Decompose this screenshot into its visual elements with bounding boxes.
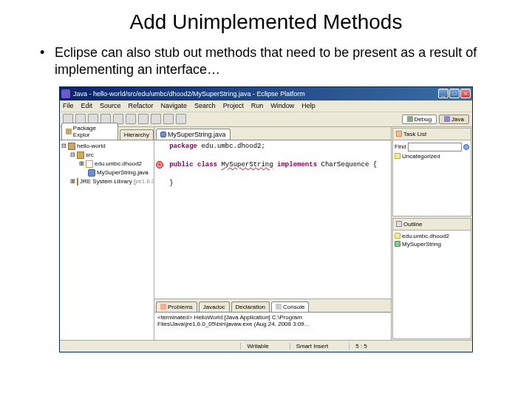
minimize-button[interactable]: _ — [438, 89, 449, 98]
menu-search[interactable]: Search — [194, 102, 216, 109]
find-label: Find — [395, 143, 406, 150]
left-tabs: Package Explor Hierarchy — [60, 127, 154, 140]
tree-file-label: MySuperString.java — [97, 169, 149, 176]
eclipse-window: Java - hello-world/src/edu/umbc/dhood2/M… — [59, 86, 473, 352]
perspective-debug-label: Debug — [415, 116, 432, 123]
outline-class-label: MySuperString — [402, 241, 441, 248]
package-icon — [86, 160, 93, 168]
tree-src-label: src — [86, 151, 94, 158]
tab-problems-label: Problems — [168, 304, 193, 310]
menu-refactor[interactable]: Refactor — [129, 102, 154, 109]
package-explorer-tree: ⊟ hello-world ⊟ src ⊞ edu.umbc.dhood2 My… — [60, 140, 154, 340]
code-iface: CharSequence — [321, 161, 369, 168]
eclipse-icon — [61, 89, 70, 98]
maximize-button[interactable]: □ — [449, 89, 460, 98]
code-brace-close: } — [169, 180, 173, 187]
editor-panel: MySuperString.java package edu.umbc.dhoo… — [154, 127, 391, 340]
tasklist-view: Task List Find Uncategorized — [392, 128, 471, 216]
uncategorized-label: Uncategorized — [402, 153, 440, 160]
bug-icon — [407, 116, 413, 122]
code-editor[interactable]: package edu.umbc.dhood2; × public class … — [154, 140, 391, 299]
search-icon[interactable] — [151, 114, 161, 124]
editor-tab-icon — [160, 132, 166, 137]
menu-edit[interactable]: Edit — [81, 102, 93, 109]
menubar: File Edit Source Refactor Navigate Searc… — [60, 100, 472, 112]
jre-icon — [77, 178, 78, 185]
uncategorized-node[interactable]: Uncategorized — [395, 152, 469, 160]
kw-public: public — [169, 161, 193, 168]
outline-class[interactable]: MySuperString — [395, 240, 469, 248]
slide-title: Add Unimplemented Methods — [22, 10, 510, 34]
activate-task-icon[interactable] — [463, 144, 469, 150]
tab-hierarchy[interactable]: Hierarchy — [120, 129, 154, 140]
outline-title: Outline — [403, 221, 422, 228]
menu-window[interactable]: Window — [270, 102, 294, 109]
perspective-java-label: Java — [451, 116, 464, 123]
tasklist-header: Task List — [393, 129, 471, 140]
java-file-icon — [88, 169, 95, 177]
workspace: Package Explor Hierarchy ⊟ hello-world ⊟… — [60, 127, 472, 340]
status-cursor-pos: 5 : 5 — [349, 343, 373, 349]
menu-project[interactable]: Project — [223, 102, 244, 109]
nav-fwd-icon[interactable] — [176, 114, 186, 124]
tab-declaration[interactable]: Declaration — [231, 301, 270, 312]
code-pkg-name: edu.umbc.dhood2; — [197, 143, 265, 150]
bottom-tabs: Problems Javadoc Declaration Console — [154, 299, 391, 313]
tree-project[interactable]: ⊟ hello-world — [61, 142, 152, 151]
error-marker-icon[interactable]: × — [156, 161, 163, 168]
tab-package-explorer[interactable]: Package Explor — [61, 123, 118, 140]
find-input[interactable] — [408, 143, 462, 151]
tree-jre-label: JRE System Library — [80, 178, 132, 185]
toolbar: Debug Java — [60, 112, 472, 127]
menu-file[interactable]: File — [63, 102, 74, 109]
code-class-name: MySuperString — [221, 161, 273, 168]
folder-icon — [395, 153, 400, 159]
tree-package-label: edu.umbc.dhood2 — [95, 160, 142, 167]
menu-run[interactable]: Run — [251, 102, 264, 109]
editor-tab-file[interactable]: MySuperString.java — [156, 129, 231, 140]
window-titlebar: Java - hello-world/src/edu/umbc/dhood2/M… — [60, 87, 472, 100]
editor-tab-label: MySuperString.java — [168, 131, 226, 138]
kw-package: package — [169, 143, 197, 150]
code-brace-open: { — [369, 161, 377, 168]
menu-navigate[interactable]: Navigate — [161, 102, 188, 109]
close-button[interactable]: × — [460, 89, 471, 98]
status-writable: Writable — [240, 343, 274, 349]
outline-package[interactable]: edu.umbc.dhood2 — [395, 232, 469, 240]
outline-pkg-label: edu.umbc.dhood2 — [402, 233, 449, 239]
editor-tabs: MySuperString.java — [154, 127, 391, 140]
tab-console[interactable]: Console — [271, 301, 309, 312]
new-class-icon[interactable] — [138, 114, 149, 124]
tree-src[interactable]: ⊟ src — [61, 151, 152, 160]
nav-back-icon[interactable] — [163, 114, 174, 124]
tree-java-file[interactable]: MySuperString.java — [61, 168, 152, 177]
perspective-debug[interactable]: Debug — [402, 115, 437, 124]
kw-class: class — [197, 161, 217, 168]
menu-help[interactable]: Help — [301, 102, 316, 109]
tree-jre[interactable]: ⊞ JRE System Library [jre1.6.0_0...] — [61, 177, 152, 186]
tree-package[interactable]: ⊞ edu.umbc.dhood2 — [61, 160, 152, 168]
outline-header: Outline — [393, 219, 471, 231]
console-icon — [276, 304, 282, 310]
new-package-icon[interactable] — [126, 114, 136, 124]
problems-icon — [160, 304, 166, 310]
perspective-java[interactable]: Java — [439, 115, 469, 124]
tab-console-label: Console — [283, 304, 304, 310]
tab-problems[interactable]: Problems — [156, 301, 197, 312]
project-icon — [68, 143, 75, 150]
window-title: Java - hello-world/src/edu/umbc/dhood2/M… — [73, 90, 438, 98]
bottom-panel: Problems Javadoc Declaration Console <te… — [154, 299, 391, 340]
tab-package-label: Package Explor — [73, 125, 114, 138]
java-persp-icon — [444, 116, 450, 122]
kw-implements: implements — [277, 161, 317, 168]
tab-javadoc-label: Javadoc — [203, 304, 225, 310]
left-panel: Package Explor Hierarchy ⊟ hello-world ⊟… — [60, 127, 154, 340]
tree-jre-ver: [jre1.6.0_0...] — [134, 178, 154, 185]
console-output: <terminated> HelloWorld [Java Applicatio… — [154, 313, 391, 340]
outline-icon — [396, 221, 402, 227]
tab-javadoc[interactable]: Javadoc — [199, 301, 230, 312]
src-folder-icon — [77, 151, 84, 159]
statusbar: Writable Smart Insert 5 : 5 — [60, 340, 472, 352]
outline-pkg-icon — [395, 233, 400, 239]
menu-source[interactable]: Source — [100, 102, 121, 109]
